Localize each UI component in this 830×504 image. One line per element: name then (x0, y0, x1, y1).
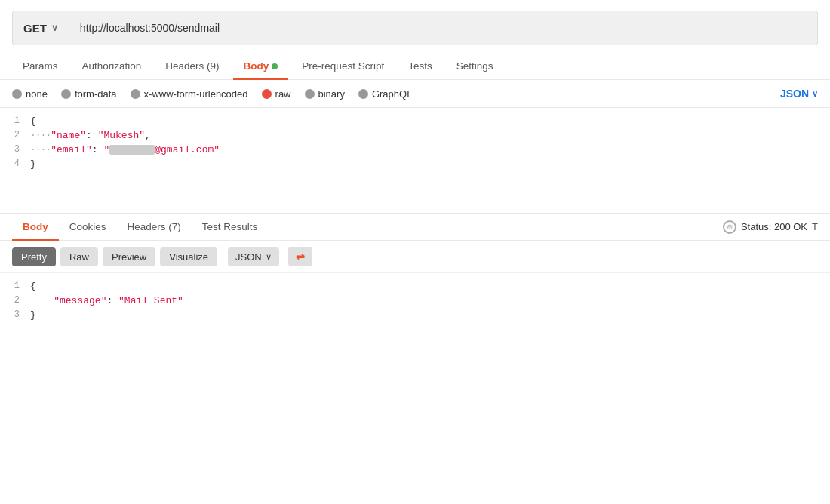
wrap-button[interactable]: ⇌ (288, 247, 312, 266)
resp-tab-cookies[interactable]: Cookies (59, 214, 117, 240)
json-format-dropdown[interactable]: JSON ∨ (780, 88, 818, 100)
resp-tab-test-results[interactable]: Test Results (192, 214, 269, 240)
response-tabs-row: Body Cookies Headers (7) Test Results ⊕ … (0, 214, 830, 241)
radio-graphql[interactable]: GraphQL (358, 88, 412, 100)
tab-authorization[interactable]: Authorization (72, 53, 152, 79)
radio-dot-form-data (61, 89, 71, 99)
response-body-editor: 1 { 2 "message": "Mail Sent" 3 } (0, 273, 830, 328)
request-body-editor[interactable]: 1 { 2 ····"name": "Mukesh", 3 ····"email… (0, 108, 830, 214)
radio-none[interactable]: none (12, 88, 48, 100)
body-active-dot (272, 63, 278, 69)
globe-icon: ⊕ (723, 220, 736, 234)
response-json-dropdown[interactable]: JSON ∨ (228, 247, 279, 266)
tab-settings[interactable]: Settings (446, 53, 504, 79)
req-line-4: 4 } (0, 157, 830, 171)
body-type-row: none form-data x-www-form-urlencoded raw… (0, 80, 830, 108)
method-chevron-icon: ∨ (51, 23, 58, 33)
tab-params[interactable]: Params (12, 53, 69, 79)
radio-urlencoded[interactable]: x-www-form-urlencoded (131, 88, 248, 100)
radio-dot-graphql (358, 89, 368, 99)
resp-line-3: 3 } (0, 308, 830, 322)
redacted-email (109, 145, 155, 155)
radio-dot-binary (305, 89, 315, 99)
status-extra: T (812, 221, 818, 232)
req-line-2: 2 ····"name": "Mukesh", (0, 128, 830, 143)
radio-raw[interactable]: raw (262, 88, 291, 100)
radio-form-data[interactable]: form-data (61, 88, 117, 100)
radio-dot-none (12, 89, 22, 99)
format-btn-preview[interactable]: Preview (103, 247, 155, 266)
url-bar: GET ∨ (12, 11, 818, 45)
method-label: GET (23, 22, 47, 35)
method-select[interactable]: GET ∨ (13, 11, 69, 45)
format-btn-visualize[interactable]: Visualize (160, 247, 217, 266)
wrap-icon: ⇌ (296, 250, 305, 263)
status-text: Status: 200 OK (741, 221, 807, 232)
tab-headers[interactable]: Headers (9) (155, 53, 229, 79)
radio-dot-raw (262, 89, 272, 99)
format-btn-raw[interactable]: Raw (60, 247, 98, 266)
url-input[interactable] (69, 22, 817, 34)
resp-line-1: 1 { (0, 279, 830, 293)
resp-json-chevron-icon: ∨ (266, 252, 272, 262)
request-tabs: Params Authorization Headers (9) Body Pr… (0, 53, 830, 80)
json-chevron-icon: ∨ (812, 89, 818, 99)
tab-body[interactable]: Body (233, 53, 289, 79)
radio-binary[interactable]: binary (305, 88, 345, 100)
req-line-1: 1 { (0, 114, 830, 128)
resp-line-2: 2 "message": "Mail Sent" (0, 293, 830, 308)
tab-pre-request[interactable]: Pre-request Script (291, 53, 395, 79)
tab-tests[interactable]: Tests (398, 53, 443, 79)
status-area: ⊕ Status: 200 OK T (723, 220, 818, 234)
req-line-3: 3 ····"email": "@gmail.com" (0, 143, 830, 157)
resp-format-row: Pretty Raw Preview Visualize JSON ∨ ⇌ (0, 241, 830, 273)
format-btn-pretty[interactable]: Pretty (12, 247, 56, 266)
radio-dot-urlencoded (131, 89, 140, 99)
resp-tab-headers[interactable]: Headers (7) (117, 214, 192, 240)
resp-tab-body[interactable]: Body (12, 214, 59, 240)
